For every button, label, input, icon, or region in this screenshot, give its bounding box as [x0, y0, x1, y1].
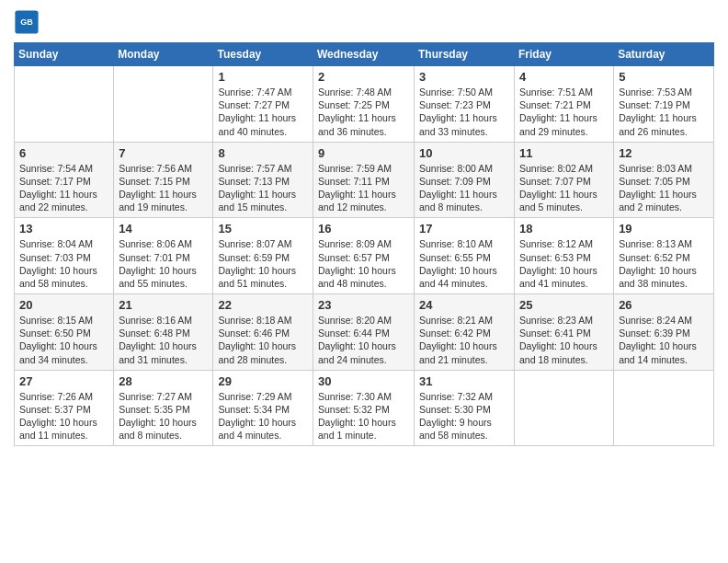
cell-text: Sunrise: 8:09 AM	[318, 237, 409, 250]
cell-text: Daylight: 10 hours and 48 minutes.	[318, 264, 409, 290]
cell-text: Sunset: 7:17 PM	[19, 175, 108, 188]
weekday-row: SundayMondayTuesdayWednesdayThursdayFrid…	[15, 43, 714, 66]
calendar-cell	[614, 370, 714, 446]
day-number: 4	[519, 70, 609, 84]
cell-text: Sunset: 6:44 PM	[318, 327, 409, 339]
cell-text: Sunset: 7:19 PM	[619, 98, 709, 111]
calendar-cell: 9Sunrise: 7:59 AMSunset: 7:11 PMDaylight…	[313, 142, 415, 218]
cell-text: Sunrise: 7:51 AM	[519, 86, 609, 98]
cell-text: Daylight: 10 hours and 11 minutes.	[19, 416, 108, 442]
calendar-cell: 31Sunrise: 7:32 AMSunset: 5:30 PMDayligh…	[415, 370, 515, 446]
cell-text: Sunrise: 7:59 AM	[318, 162, 409, 175]
cell-text: Daylight: 9 hours and 58 minutes.	[419, 416, 509, 442]
cell-text: Daylight: 11 hours and 22 minutes.	[19, 188, 108, 213]
day-number: 9	[318, 146, 409, 160]
calendar-cell: 21Sunrise: 8:16 AMSunset: 6:48 PMDayligh…	[114, 294, 213, 371]
cell-text: Sunset: 7:09 PM	[419, 175, 509, 188]
calendar-cell: 27Sunrise: 7:26 AMSunset: 5:37 PMDayligh…	[15, 370, 114, 446]
cell-text: Sunrise: 7:29 AM	[218, 390, 308, 403]
calendar-cell: 3Sunrise: 7:50 AMSunset: 7:23 PMDaylight…	[415, 66, 515, 143]
cell-text: Sunset: 7:07 PM	[519, 175, 609, 188]
cell-text: Daylight: 11 hours and 2 minutes.	[619, 188, 709, 213]
day-number: 10	[419, 146, 509, 160]
calendar-cell: 10Sunrise: 8:00 AMSunset: 7:09 PMDayligh…	[415, 142, 515, 218]
cell-text: Sunrise: 7:56 AM	[119, 162, 208, 175]
calendar-cell: 15Sunrise: 8:07 AMSunset: 6:59 PMDayligh…	[213, 218, 313, 294]
cell-text: Sunset: 6:55 PM	[419, 251, 509, 264]
day-number: 6	[19, 146, 108, 160]
weekday-header-sunday: Sunday	[15, 43, 114, 66]
cell-text: Daylight: 11 hours and 5 minutes.	[519, 188, 609, 213]
cell-text: Daylight: 10 hours and 51 minutes.	[218, 264, 308, 290]
cell-text: Sunset: 7:11 PM	[318, 175, 409, 188]
cell-text: Sunset: 5:34 PM	[218, 403, 308, 416]
cell-text: Daylight: 11 hours and 19 minutes.	[119, 188, 208, 213]
cell-text: Sunset: 6:53 PM	[519, 251, 609, 264]
cell-text: Sunrise: 7:54 AM	[19, 162, 108, 175]
calendar-cell: 23Sunrise: 8:20 AMSunset: 6:44 PMDayligh…	[313, 294, 415, 371]
calendar-cell: 2Sunrise: 7:48 AMSunset: 7:25 PMDaylight…	[313, 66, 415, 143]
cell-text: Daylight: 10 hours and 58 minutes.	[19, 264, 108, 290]
day-number: 12	[619, 146, 709, 160]
day-number: 27	[19, 374, 108, 388]
calendar-cell: 19Sunrise: 8:13 AMSunset: 6:52 PMDayligh…	[614, 218, 714, 294]
day-number: 5	[619, 70, 709, 84]
cell-text: Daylight: 10 hours and 24 minutes.	[318, 339, 409, 365]
cell-text: Sunrise: 7:57 AM	[218, 162, 308, 175]
cell-text: Daylight: 11 hours and 29 minutes.	[519, 111, 609, 137]
cell-text: Sunset: 7:13 PM	[218, 175, 308, 188]
day-number: 15	[218, 222, 308, 236]
day-number: 23	[318, 298, 409, 312]
cell-text: Sunrise: 8:23 AM	[519, 314, 609, 327]
cell-text: Sunrise: 7:47 AM	[218, 86, 308, 98]
cell-text: Sunset: 6:57 PM	[318, 251, 409, 264]
cell-text: Sunrise: 8:15 AM	[19, 314, 108, 327]
calendar-cell	[114, 66, 213, 143]
day-number: 25	[519, 298, 609, 312]
cell-text: Sunrise: 8:20 AM	[318, 314, 409, 327]
day-number: 22	[218, 298, 308, 312]
cell-text: Sunrise: 7:26 AM	[19, 390, 108, 403]
cell-text: Sunrise: 8:06 AM	[119, 237, 208, 250]
cell-text: Sunset: 6:50 PM	[19, 327, 108, 339]
cell-text: Daylight: 11 hours and 40 minutes.	[218, 111, 308, 137]
cell-text: Sunrise: 8:21 AM	[419, 314, 509, 327]
day-number: 20	[19, 298, 108, 312]
cell-text: Sunset: 7:01 PM	[119, 251, 208, 264]
cell-text: Sunset: 7:21 PM	[519, 98, 609, 111]
cell-text: Sunrise: 8:24 AM	[619, 314, 709, 327]
cell-text: Sunset: 5:37 PM	[19, 403, 108, 416]
day-number: 3	[419, 70, 509, 84]
cell-text: Sunset: 7:03 PM	[19, 251, 108, 264]
calendar-cell: 20Sunrise: 8:15 AMSunset: 6:50 PMDayligh…	[15, 294, 114, 371]
logo-icon: GB	[14, 9, 40, 35]
cell-text: Sunrise: 8:18 AM	[218, 314, 308, 327]
calendar-cell	[15, 66, 114, 143]
day-number: 1	[218, 70, 308, 84]
day-number: 7	[119, 146, 208, 160]
day-number: 21	[119, 298, 208, 312]
calendar-cell: 1Sunrise: 7:47 AMSunset: 7:27 PMDaylight…	[213, 66, 313, 143]
calendar-cell: 7Sunrise: 7:56 AMSunset: 7:15 PMDaylight…	[114, 142, 213, 218]
header: GB	[14, 9, 714, 35]
cell-text: Daylight: 10 hours and 18 minutes.	[519, 339, 609, 365]
cell-text: Daylight: 10 hours and 38 minutes.	[619, 264, 709, 290]
calendar-container: GB SundayMondayTuesdayWednesdayThursdayF…	[0, 0, 728, 455]
cell-text: Sunrise: 8:10 AM	[419, 237, 509, 250]
cell-text: Sunset: 7:27 PM	[218, 98, 308, 111]
cell-text: Sunset: 7:25 PM	[318, 98, 409, 111]
calendar-cell: 8Sunrise: 7:57 AMSunset: 7:13 PMDaylight…	[213, 142, 313, 218]
day-number: 8	[218, 146, 308, 160]
calendar-header: SundayMondayTuesdayWednesdayThursdayFrid…	[15, 43, 714, 66]
day-number: 17	[419, 222, 509, 236]
calendar-cell: 6Sunrise: 7:54 AMSunset: 7:17 PMDaylight…	[15, 142, 114, 218]
cell-text: Sunrise: 8:03 AM	[619, 162, 709, 175]
cell-text: Sunset: 7:15 PM	[119, 175, 208, 188]
day-number: 30	[318, 374, 409, 388]
calendar-cell: 26Sunrise: 8:24 AMSunset: 6:39 PMDayligh…	[614, 294, 714, 371]
cell-text: Sunrise: 8:07 AM	[218, 237, 308, 250]
calendar-cell: 12Sunrise: 8:03 AMSunset: 7:05 PMDayligh…	[614, 142, 714, 218]
cell-text: Daylight: 10 hours and 1 minute.	[318, 416, 409, 442]
cell-text: Daylight: 10 hours and 4 minutes.	[218, 416, 308, 442]
calendar-cell: 16Sunrise: 8:09 AMSunset: 6:57 PMDayligh…	[313, 218, 415, 294]
